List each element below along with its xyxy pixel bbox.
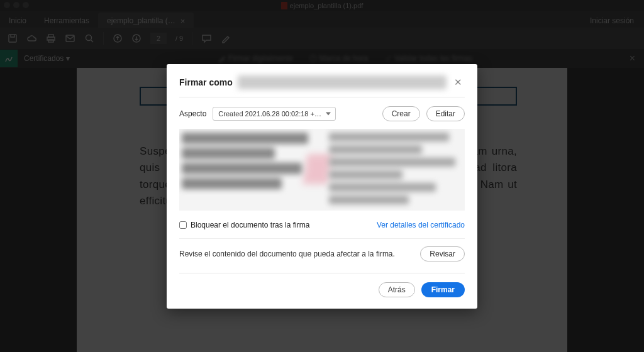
signature-preview [179,129,465,211]
edit-button[interactable]: Editar [426,106,465,121]
dialog-title: Firmar como [179,77,233,87]
review-text: Revise el contenido del documento que pu… [179,250,414,258]
aspect-label: Aspecto [179,109,206,118]
certificate-details-link[interactable]: Ver detalles del certificado [377,221,465,229]
sign-button[interactable]: Firmar [421,282,465,297]
dialog-close-icon[interactable]: ✕ [452,77,465,88]
lock-document-label: Bloquear el documento tras la firma [191,221,309,229]
dialog-identity-blurred [238,75,447,89]
review-button[interactable]: Revisar [420,246,465,261]
back-button[interactable]: Atrás [379,282,415,297]
create-button[interactable]: Crear [382,106,420,121]
aspect-select[interactable]: Created 2021.06.28 00:02:18 +… [213,107,336,121]
sign-dialog: Firmar como ✕ Aspecto Created 2021.06.28… [167,64,477,309]
modal-overlay: Firmar como ✕ Aspecto Created 2021.06.28… [0,0,644,352]
lock-document-checkbox[interactable] [179,221,187,229]
